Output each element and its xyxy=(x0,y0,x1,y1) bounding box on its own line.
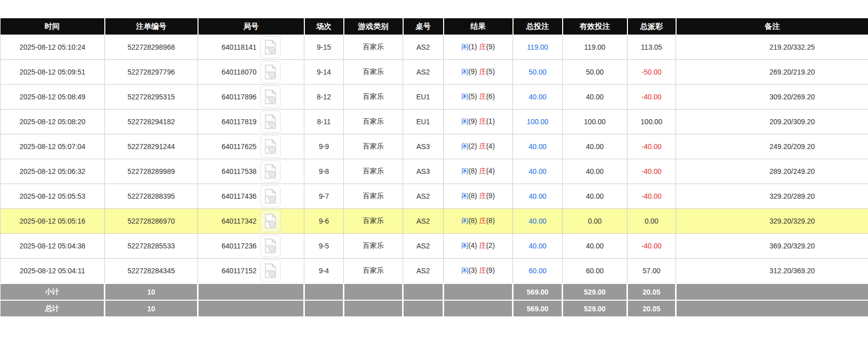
cell-game-type: 百家乐 xyxy=(344,134,403,159)
cell-round-id: 640117436 xyxy=(198,184,304,209)
bet-record-row[interactable]: 2025-08-12 05:05:53 522728288395 6401174… xyxy=(1,184,868,209)
cell-result: 闲(3) 庄(9) xyxy=(444,259,513,284)
result-banker-score: (9) xyxy=(486,266,495,274)
round-id-text: 640117152 xyxy=(221,267,256,275)
round-id-text: 640118070 xyxy=(221,68,256,76)
cell-table-no: AS2 xyxy=(403,184,444,209)
cell-valid-bet: 40.00 xyxy=(563,184,627,209)
cell-payout: -40.00 xyxy=(627,234,676,259)
video-replay-icon[interactable] xyxy=(260,86,281,108)
video-replay-icon[interactable] xyxy=(260,135,281,158)
cell-session: 9-5 xyxy=(304,234,344,259)
result-player-label: 闲 xyxy=(461,43,468,51)
cell-table-no: EU1 xyxy=(403,110,444,134)
bet-record-row[interactable]: 2025-08-12 05:10:24 522728298968 6401181… xyxy=(1,35,868,60)
cell-valid-bet: 100.00 xyxy=(563,110,627,134)
video-replay-icon[interactable] xyxy=(260,36,281,58)
cell-round-id: 640118070 xyxy=(198,60,304,85)
cell-total-bet: 40.00 xyxy=(513,159,563,184)
cell-time: 2025-08-12 05:05:53 xyxy=(1,184,105,209)
cell-session: 9-14 xyxy=(304,60,344,85)
cell-time: 2025-08-12 05:04:11 xyxy=(1,259,105,284)
result-player-label: 闲 xyxy=(461,266,468,274)
video-replay-icon[interactable] xyxy=(260,61,281,83)
bet-record-row[interactable]: 2025-08-12 05:06:32 522728289989 6401175… xyxy=(1,159,868,184)
video-replay-icon[interactable] xyxy=(260,111,281,133)
result-player-label: 闲 xyxy=(461,142,468,150)
subtotal-row: 小计 10 569.00 529.00 20.05 xyxy=(1,283,868,300)
cell-time: 2025-08-12 05:10:24 xyxy=(1,35,105,60)
bet-record-row[interactable]: 2025-08-12 05:09:51 522728297796 6401180… xyxy=(1,60,868,85)
result-player-score: (1) xyxy=(468,43,477,51)
cell-bet-id: 522728288395 xyxy=(105,184,198,209)
subtotal-label: 小计 xyxy=(1,283,105,300)
cell-valid-bet: 40.00 xyxy=(563,159,627,184)
cell-game-type: 百家乐 xyxy=(344,259,403,284)
result-banker-score: (4) xyxy=(486,142,495,150)
col-header-table-no: 桌号 xyxy=(403,18,444,35)
cell-total-bet: 40.00 xyxy=(513,184,563,209)
video-replay-icon[interactable] xyxy=(260,160,281,183)
video-replay-icon[interactable] xyxy=(260,260,281,282)
cell-session: 9-9 xyxy=(304,134,344,159)
cell-round-id: 640117625 xyxy=(198,134,304,159)
total-empty-result xyxy=(444,300,513,316)
cell-time: 2025-08-12 05:05:16 xyxy=(1,209,105,234)
bet-record-row[interactable]: 2025-08-12 05:08:20 522728294182 6401178… xyxy=(1,110,868,134)
cell-session: 8-11 xyxy=(304,110,344,134)
cell-payout: 113.05 xyxy=(627,35,676,60)
cell-time: 2025-08-12 05:07:04 xyxy=(1,134,105,159)
result-player-label: 闲 xyxy=(461,216,468,225)
round-id-text: 640117538 xyxy=(221,167,256,175)
cell-bet-id: 522728289989 xyxy=(105,159,198,184)
result-banker-label: 庄 xyxy=(479,192,486,200)
subtotal-empty-result xyxy=(444,283,513,300)
cell-payout: 0.00 xyxy=(627,209,676,234)
cell-round-id: 640117538 xyxy=(198,159,304,184)
bet-records-table: 时间 注单编号 局号 场次 游戏类别 桌号 结果 总投注 有效投注 总派彩 备注… xyxy=(0,18,868,316)
bet-record-row[interactable]: 2025-08-12 05:05:16 522728286970 6401173… xyxy=(1,209,868,234)
bet-record-row[interactable]: 2025-08-12 05:08:49 522728295315 6401178… xyxy=(1,85,868,110)
cell-total-bet: 50.00 xyxy=(513,60,563,85)
cell-table-no: AS2 xyxy=(403,60,444,85)
round-id-text: 640117819 xyxy=(221,118,256,126)
total-label: 总计 xyxy=(1,300,105,316)
cell-remark: 329.20/289.20 xyxy=(676,184,868,209)
bet-record-row[interactable]: 2025-08-12 05:07:04 522728291244 6401176… xyxy=(1,134,868,159)
cell-payout: 57.00 xyxy=(627,259,676,284)
cell-remark: 289.20/249.20 xyxy=(676,159,868,184)
bet-record-row[interactable]: 2025-08-12 05:04:38 522728285533 6401172… xyxy=(1,234,868,259)
cell-bet-id: 522728285533 xyxy=(105,234,198,259)
result-banker-label: 庄 xyxy=(479,142,486,150)
cell-table-no: AS2 xyxy=(403,209,444,234)
cell-game-type: 百家乐 xyxy=(344,184,403,209)
subtotal-empty-round xyxy=(198,283,304,300)
cell-session: 8-12 xyxy=(304,85,344,110)
cell-payout: -40.00 xyxy=(627,134,676,159)
cell-session: 9-4 xyxy=(304,259,344,284)
cell-game-type: 百家乐 xyxy=(344,209,403,234)
table-header: 时间 注单编号 局号 场次 游戏类别 桌号 结果 总投注 有效投注 总派彩 备注 xyxy=(1,18,868,35)
cell-result: 闲(8) 庄(4) xyxy=(444,159,513,184)
result-banker-label: 庄 xyxy=(479,167,486,175)
total-row: 总计 10 569.00 529.00 20.05 xyxy=(1,300,868,316)
cell-bet-id: 522728291244 xyxy=(105,134,198,159)
cell-remark: 249.20/209.20 xyxy=(676,134,868,159)
bet-record-row[interactable]: 2025-08-12 05:04:11 522728284345 6401171… xyxy=(1,259,868,284)
table-body: 2025-08-12 05:10:24 522728298968 6401181… xyxy=(1,35,868,284)
subtotal-empty-table xyxy=(403,283,444,300)
cell-bet-id: 522728286970 xyxy=(105,209,198,234)
subtotal-payout: 20.05 xyxy=(627,283,676,300)
cell-remark: 219.20/332.25 xyxy=(676,35,868,60)
cell-result: 闲(8) 庄(8) xyxy=(444,209,513,234)
video-replay-icon[interactable] xyxy=(260,185,281,207)
cell-remark: 329.20/329.20 xyxy=(676,209,868,234)
cell-payout: 100.00 xyxy=(627,110,676,134)
col-header-remark: 备注 xyxy=(676,18,868,35)
cell-game-type: 百家乐 xyxy=(344,35,403,60)
cell-table-no: AS3 xyxy=(403,159,444,184)
video-replay-icon[interactable] xyxy=(260,210,281,232)
result-player-score: (5) xyxy=(468,92,477,100)
video-replay-icon[interactable] xyxy=(260,235,281,257)
col-header-payout: 总派彩 xyxy=(627,18,676,35)
